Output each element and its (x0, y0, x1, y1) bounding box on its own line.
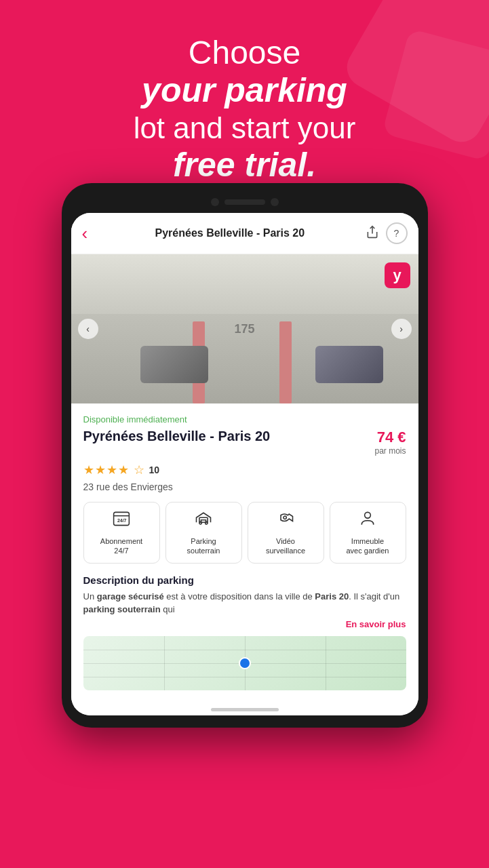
parking-image-bg: 175 (71, 254, 418, 403)
front-sensor (271, 198, 279, 206)
phone-notch (71, 195, 418, 213)
feature-gardien: Immeubleavec gardien (330, 502, 406, 564)
carousel-next-button[interactable]: › (391, 319, 412, 339)
home-bar-indicator (211, 708, 279, 711)
header-line1: Choose (41, 34, 448, 71)
app-bar-icons: ? (366, 222, 408, 244)
svg-point-4 (199, 521, 202, 524)
parking-car-1 (140, 346, 208, 383)
content-area: Disponible immédiatement Pyrénées Bellev… (71, 403, 418, 701)
map-preview[interactable] (83, 636, 406, 690)
feature-parking-souterrain-label: Parkingsouterrain (187, 536, 220, 556)
gardien-icon (358, 509, 377, 532)
phone-mockup: ‹ Pyrénées Belleville - Paris 20 ? (62, 183, 428, 728)
feature-video-label: Vidéosurveillance (266, 536, 305, 556)
star-half-icon: ☆ (134, 462, 145, 477)
price-block: 74 € par mois (374, 429, 406, 456)
parking-address: 23 rue des Envierges (83, 481, 406, 492)
parking-pillar-2 (279, 321, 292, 403)
front-camera (211, 198, 219, 206)
price-period: par mois (374, 446, 406, 456)
app-bar: ‹ Pyrénées Belleville - Paris 20 ? (71, 213, 418, 254)
abonnement-icon: 24/7 (112, 509, 131, 532)
app-logo: y (385, 262, 410, 288)
description-section: Description du parking Un garage sécuris… (83, 574, 406, 629)
rating-row: ★★★★ ☆ 10 (83, 462, 406, 477)
read-more-button[interactable]: En savoir plus (83, 619, 406, 629)
star-icons: ★★★★ (83, 462, 130, 477)
feature-parking-souterrain: Parkingsouterrain (165, 502, 242, 564)
map-grid-v3 (326, 636, 326, 690)
help-button[interactable]: ? (386, 222, 408, 244)
header-line3: lot and start your (41, 111, 448, 146)
phone-home-bar (71, 701, 418, 715)
availability-badge: Disponible immédiatement (83, 414, 406, 425)
carousel-prev-button[interactable]: ‹ (78, 319, 98, 339)
phone-speaker (224, 199, 265, 205)
price-amount: 74 € (377, 429, 406, 446)
parking-image: 175 y ‹ › (71, 254, 418, 403)
svg-point-5 (206, 521, 208, 524)
feature-gardien-label: Immeubleavec gardien (347, 536, 389, 556)
description-text: Un garage sécurisé est à votre dispositi… (83, 590, 406, 616)
description-title: Description du parking (83, 574, 406, 586)
feature-abonnement: 24/7 Abonnement24/7 (83, 502, 160, 564)
svg-point-6 (283, 516, 286, 519)
back-button[interactable]: ‹ (82, 224, 88, 242)
map-pin (239, 657, 251, 669)
rating-count: 10 (149, 465, 160, 475)
header-line4: free trial. (41, 146, 448, 185)
video-icon (276, 509, 295, 532)
map-grid-v1 (164, 636, 165, 690)
share-icon[interactable] (366, 225, 379, 242)
app-bar-title: Pyrénées Belleville - Paris 20 (94, 227, 365, 239)
parking-name: Pyrénées Belleville - Paris 20 (83, 429, 375, 444)
title-price-row: Pyrénées Belleville - Paris 20 74 € par … (83, 429, 406, 456)
parking-number: 175 (234, 322, 254, 336)
header-section: Choose your parking lot and start your f… (0, 0, 489, 205)
parking-ceiling (71, 254, 418, 314)
svg-text:24/7: 24/7 (117, 518, 127, 523)
parking-souterrain-icon (194, 509, 213, 532)
svg-point-7 (365, 512, 371, 518)
feature-video: Vidéosurveillance (248, 502, 324, 564)
features-grid: 24/7 Abonnement24/7 (83, 502, 406, 564)
header-line2: your parking (41, 71, 448, 111)
phone-screen: ‹ Pyrénées Belleville - Paris 20 ? (71, 213, 418, 715)
phone-frame: ‹ Pyrénées Belleville - Paris 20 ? (62, 183, 428, 728)
parking-car-2 (315, 346, 383, 383)
feature-abonnement-label: Abonnement24/7 (100, 536, 142, 556)
help-icon: ? (394, 228, 399, 239)
